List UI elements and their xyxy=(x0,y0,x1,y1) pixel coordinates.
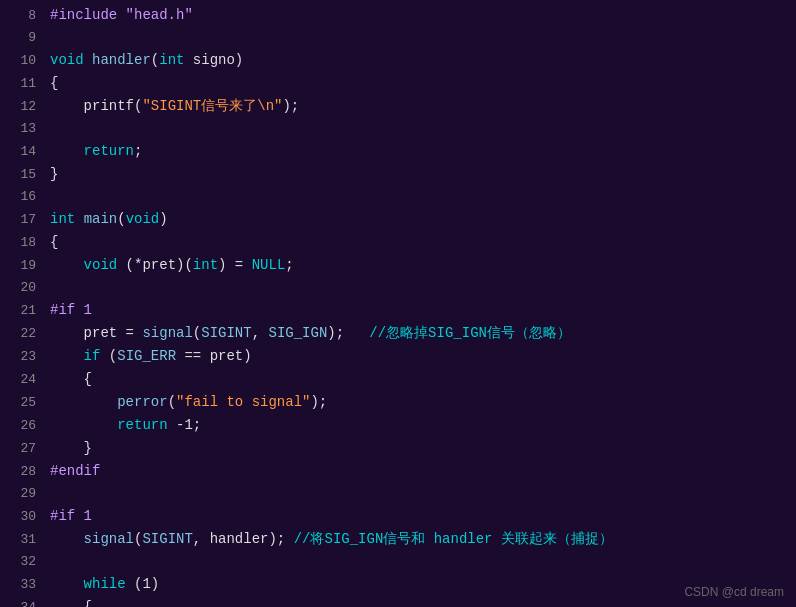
code-line: 23 if (SIG_ERR == pret) xyxy=(0,345,796,368)
line-content: if (SIG_ERR == pret) xyxy=(50,345,788,367)
code-line: 25 perror("fail to signal"); xyxy=(0,391,796,414)
line-content: #include "head.h" xyxy=(50,4,788,26)
line-number: 24 xyxy=(8,369,36,391)
line-content: { xyxy=(50,231,788,253)
line-content: { xyxy=(50,368,788,390)
code-line: 26 return -1; xyxy=(0,414,796,437)
line-number: 14 xyxy=(8,141,36,163)
line-content: signal(SIGINT, handler); //将SIG_IGN信号和 h… xyxy=(50,528,788,550)
line-content: #endif xyxy=(50,460,788,482)
code-line: 14 return; xyxy=(0,140,796,163)
line-number: 22 xyxy=(8,323,36,345)
code-line: 30#if 1 xyxy=(0,505,796,528)
line-number: 27 xyxy=(8,438,36,460)
line-number: 34 xyxy=(8,597,36,607)
line-content: perror("fail to signal"); xyxy=(50,391,788,413)
line-number: 32 xyxy=(8,551,36,573)
code-line: 13 xyxy=(0,118,796,140)
line-content: void handler(int signo) xyxy=(50,49,788,71)
line-number: 19 xyxy=(8,255,36,277)
line-number: 31 xyxy=(8,529,36,551)
line-number: 11 xyxy=(8,73,36,95)
line-number: 8 xyxy=(8,5,36,27)
line-number: 21 xyxy=(8,300,36,322)
code-editor: 8#include "head.h"910void handler(int si… xyxy=(0,0,796,607)
line-content: pret = signal(SIGINT, SIG_IGN); //忽略掉SIG… xyxy=(50,322,788,344)
code-line: 22 pret = signal(SIGINT, SIG_IGN); //忽略掉… xyxy=(0,322,796,345)
line-number: 13 xyxy=(8,118,36,140)
code-line: 16 xyxy=(0,186,796,208)
line-content: int main(void) xyxy=(50,208,788,230)
code-line: 21#if 1 xyxy=(0,299,796,322)
line-content: } xyxy=(50,163,788,185)
code-line: 15} xyxy=(0,163,796,186)
line-content: { xyxy=(50,596,788,607)
code-line: 29 xyxy=(0,483,796,505)
line-content: printf("SIGINT信号来了\n"); xyxy=(50,95,788,117)
code-line: 20 xyxy=(0,277,796,299)
code-line: 17int main(void) xyxy=(0,208,796,231)
line-number: 17 xyxy=(8,209,36,231)
code-line: 32 xyxy=(0,551,796,573)
line-number: 30 xyxy=(8,506,36,528)
line-number: 9 xyxy=(8,27,36,49)
code-line: 28#endif xyxy=(0,460,796,483)
line-number: 33 xyxy=(8,574,36,596)
line-number: 18 xyxy=(8,232,36,254)
line-number: 26 xyxy=(8,415,36,437)
line-content: return -1; xyxy=(50,414,788,436)
line-content: #if 1 xyxy=(50,299,788,321)
line-content: void (*pret)(int) = NULL; xyxy=(50,254,788,276)
code-line: 10void handler(int signo) xyxy=(0,49,796,72)
watermark: CSDN @cd dream xyxy=(684,585,784,599)
line-number: 23 xyxy=(8,346,36,368)
line-number: 12 xyxy=(8,96,36,118)
code-line: 34 { xyxy=(0,596,796,607)
code-line: 12 printf("SIGINT信号来了\n"); xyxy=(0,95,796,118)
line-number: 20 xyxy=(8,277,36,299)
code-line: 24 { xyxy=(0,368,796,391)
line-content: #if 1 xyxy=(50,505,788,527)
code-line: 19 void (*pret)(int) = NULL; xyxy=(0,254,796,277)
line-number: 10 xyxy=(8,50,36,72)
code-line: 18{ xyxy=(0,231,796,254)
code-line: 33 while (1) xyxy=(0,573,796,596)
code-line: 11{ xyxy=(0,72,796,95)
line-content: } xyxy=(50,437,788,459)
line-content: { xyxy=(50,72,788,94)
line-number: 29 xyxy=(8,483,36,505)
line-number: 16 xyxy=(8,186,36,208)
code-line: 8#include "head.h" xyxy=(0,4,796,27)
line-number: 25 xyxy=(8,392,36,414)
line-number: 15 xyxy=(8,164,36,186)
line-content: while (1) xyxy=(50,573,788,595)
code-line: 27 } xyxy=(0,437,796,460)
code-line: 31 signal(SIGINT, handler); //将SIG_IGN信号… xyxy=(0,528,796,551)
line-number: 28 xyxy=(8,461,36,483)
line-content: return; xyxy=(50,140,788,162)
code-line: 9 xyxy=(0,27,796,49)
